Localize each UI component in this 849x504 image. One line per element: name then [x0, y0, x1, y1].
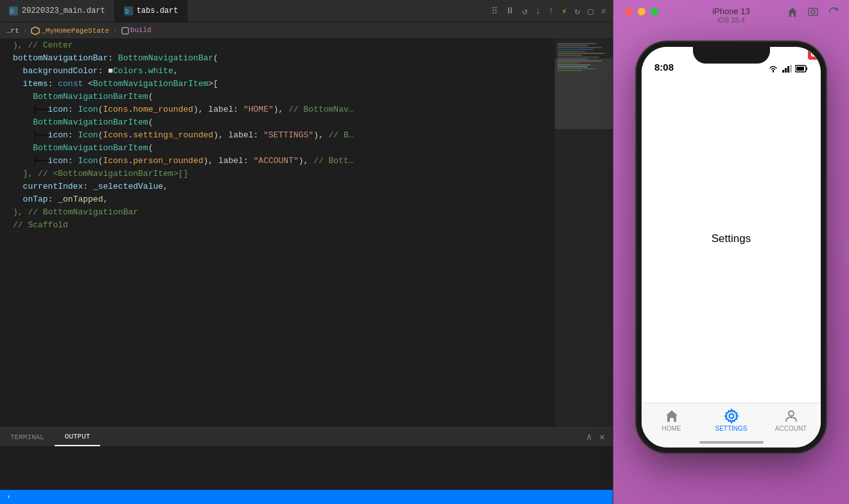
svg-text:D: D	[125, 8, 128, 15]
svg-rect-10	[785, 68, 787, 73]
tab-main-dart-label: 20220323_main.dart	[22, 6, 105, 15]
screen-settings-text: Settings	[712, 232, 751, 245]
code-line: BottomNavigationBarItem(	[0, 91, 555, 103]
phone-screen: Settings	[642, 75, 821, 403]
svg-rect-14	[806, 67, 807, 70]
download-icon[interactable]: ↓	[535, 6, 540, 16]
resize-handle[interactable]	[845, 239, 849, 265]
code-content[interactable]: ), // Center bottomNavigationBar: Bottom…	[0, 39, 555, 427]
iphone-device: 8:08	[636, 42, 826, 453]
minimap-content	[555, 39, 613, 75]
code-line: backgroundColor: ■Colors.white,	[0, 65, 555, 78]
svg-point-16	[789, 411, 794, 416]
settings-nav-icon	[724, 408, 739, 424]
refresh-icon[interactable]: ↺	[522, 6, 527, 17]
grid-icon[interactable]: ⠿	[491, 6, 498, 17]
pause-icon[interactable]: ⏸	[505, 6, 514, 16]
close-panel-icon[interactable]: ✕	[600, 431, 605, 442]
search-icon[interactable]: ⌕	[601, 6, 606, 17]
svg-text:D: D	[10, 8, 13, 15]
nav-label-settings: SETTINGS	[715, 425, 747, 432]
collapse-icon[interactable]: ∧	[586, 431, 591, 442]
phone-toolbar	[787, 6, 839, 18]
bottom-tab-actions: ∧ ✕	[579, 431, 613, 442]
code-line: ), // Center	[0, 39, 555, 52]
breadcrumb: …rt › _MyHomePageState › build	[0, 22, 613, 39]
status-time: 8:08	[654, 62, 674, 73]
mac-minimize-button[interactable]	[638, 8, 645, 15]
nav-item-account[interactable]: ACCOUNT	[772, 408, 810, 432]
status-icons	[768, 65, 808, 73]
screenshot-icon[interactable]	[807, 6, 819, 18]
bottom-panel: TERMINAL OUTPUT ∧ ✕ ›	[0, 427, 613, 504]
code-line: onTap: _onTapped,	[0, 193, 555, 206]
wifi-icon	[768, 65, 778, 73]
code-area: ), // Center bottomNavigationBar: Bottom…	[0, 39, 613, 427]
code-line: // Scaffold	[0, 219, 555, 232]
minimap[interactable]	[555, 39, 613, 427]
svg-rect-9	[782, 70, 784, 73]
tab-bar: D 20220323_main.dart D tabs.dart ⠿ ⏸ ↺ ↓…	[0, 0, 613, 22]
editor-panel: D 20220323_main.dart D tabs.dart ⠿ ⏸ ↺ ↓…	[0, 0, 613, 504]
code-line: BottomNavigationBarItem(	[0, 116, 555, 129]
signal-icon	[782, 65, 792, 73]
side-button[interactable]	[825, 124, 826, 162]
home-sim-icon[interactable]	[787, 6, 798, 18]
bottom-tab-bar: TERMINAL OUTPUT ∧ ✕	[0, 428, 613, 447]
tab-terminal[interactable]: TERMINAL	[0, 428, 55, 446]
bottom-content	[0, 447, 613, 490]
nav-item-settings[interactable]: SETTINGS	[712, 408, 751, 432]
account-nav-icon	[783, 408, 799, 424]
code-line: currentIndex: _selectedValue,	[0, 180, 555, 193]
lightning-icon[interactable]: ⚡	[561, 6, 566, 17]
volume-up-button[interactable]	[636, 105, 638, 125]
code-line: bottomNavigationBar: BottomNavigationBar…	[0, 52, 555, 65]
iphone-notch	[693, 47, 770, 64]
breadcrumb-part: …rt	[6, 27, 19, 35]
mac-maximize-button[interactable]	[651, 8, 658, 15]
volume-down-button[interactable]	[636, 130, 638, 151]
svg-rect-12	[790, 65, 792, 73]
rotate-icon[interactable]	[828, 6, 839, 18]
svg-rect-6	[809, 8, 818, 15]
code-line: ├──icon: Icon(Icons.person_rounded), lab…	[0, 155, 555, 168]
loop-icon[interactable]: ↻	[575, 6, 580, 17]
mac-window-controls	[625, 8, 658, 15]
tab-main-dart[interactable]: D 20220323_main.dart	[0, 0, 115, 22]
toolbar: ⠿ ⏸ ↺ ↓ ↑ ⚡ ↻ ▢ ⌕	[485, 0, 613, 22]
tab-tabs-dart[interactable]: D tabs.dart	[115, 0, 188, 22]
nav-label-account: ACCOUNT	[775, 425, 807, 432]
square-icon[interactable]: ▢	[588, 6, 593, 17]
code-line: BottomNavigationBarItem(	[0, 142, 555, 155]
home-indicator	[699, 441, 764, 444]
code-line: ├──icon: Icon(Icons.settings_rounded), l…	[0, 129, 555, 142]
svg-rect-5	[122, 28, 128, 34]
battery-icon	[795, 65, 808, 73]
svg-rect-15	[796, 67, 804, 71]
nav-item-home[interactable]: HOME	[652, 408, 691, 432]
phone-panel: iPhone 13 iOS 15.4 8:08	[613, 0, 849, 504]
iphone-ios-label: iOS 15.4	[712, 16, 750, 24]
breadcrumb-class: _MyHomePageState	[31, 26, 109, 35]
mac-close-button[interactable]	[625, 8, 633, 15]
svg-marker-4	[31, 27, 39, 35]
home-nav-icon	[664, 408, 679, 424]
svg-rect-11	[787, 66, 789, 73]
breadcrumb-method: build	[121, 26, 152, 34]
upload-icon[interactable]: ↑	[548, 6, 554, 16]
code-line: ├──icon: Icon(Icons.home_rounded), label…	[0, 103, 555, 116]
svg-point-7	[811, 10, 815, 14]
nav-label-home: HOME	[662, 425, 681, 432]
iphone-info: iPhone 13 iOS 15.4	[712, 6, 750, 24]
tab-output[interactable]: OUTPUT	[55, 428, 101, 446]
phone-corner-badge	[808, 42, 826, 60]
status-text: ›	[6, 493, 11, 501]
code-line-items: items: const <BottomNavigationBarItem>[	[0, 78, 555, 91]
code-line: ], // <BottomNavigationBarItem>[]	[0, 168, 555, 180]
status-bar-bottom: ›	[0, 490, 613, 504]
iphone-model-label: iPhone 13	[712, 6, 750, 16]
code-line: ), // BottomNavigationBar	[0, 206, 555, 219]
tab-tabs-dart-label: tabs.dart	[137, 6, 179, 15]
